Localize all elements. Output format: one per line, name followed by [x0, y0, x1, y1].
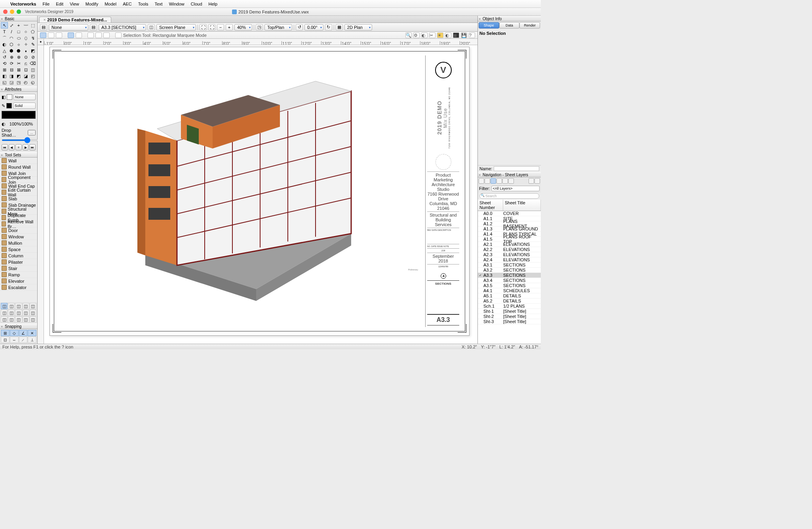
basic-tool-23[interactable]: ⬧ — [22, 48, 29, 54]
basic-tool-16[interactable]: ⬡ — [8, 41, 15, 48]
snap-tangent-icon[interactable]: ⊥ — [28, 337, 36, 343]
snap-edge-icon[interactable]: ⟋ — [19, 337, 28, 343]
tab-data[interactable]: Data — [499, 22, 520, 29]
navigation-search[interactable]: Search — [479, 193, 539, 199]
rotate-ccw-icon[interactable]: ↺ — [296, 24, 303, 30]
sheet-layer-row[interactable]: A5.2DETAILS — [478, 299, 541, 304]
toolset-item[interactable]: Mullion — [0, 240, 37, 246]
quick-blackbg-icon[interactable]: ◼ — [453, 32, 459, 38]
snap-smart-point-icon[interactable]: ⊡ — [1, 337, 10, 343]
basic-tool-11[interactable]: ◠ — [8, 35, 15, 41]
attributes-header[interactable]: Attributes — [0, 86, 37, 92]
app-menu[interactable]: Vectorworks — [10, 2, 36, 6]
sheet-layer-row[interactable]: A1.2PLANS BASEMENT — [478, 221, 541, 226]
marker-prev-button[interactable]: ◀ — [9, 144, 15, 150]
toolset-category-11[interactable]: ◫ — [8, 316, 15, 323]
view-cube-icon[interactable]: ◳ — [256, 24, 263, 30]
menu-text[interactable]: Text — [154, 2, 162, 6]
rotate-cw-icon[interactable]: ↻ — [325, 24, 332, 30]
basic-tool-30[interactable]: ⟲ — [1, 60, 8, 67]
marker-swap-button[interactable]: ≡ — [15, 144, 22, 150]
fill-eyedropper-icon[interactable]: ◧ — [2, 95, 6, 100]
toolset-item[interactable]: Wall — [0, 158, 37, 164]
basic-tool-19[interactable]: ✎ — [29, 41, 36, 48]
sheet-layer-row[interactable]: A2.4ELEVATIONS — [478, 257, 541, 263]
sheet-layer-row[interactable]: Sht-3[Sheet Title] — [478, 319, 541, 324]
sheet-layer-row[interactable]: Sch.11/2 PLANS — [478, 304, 541, 309]
nav-saved-views-icon[interactable] — [502, 178, 508, 184]
menu-view[interactable]: View — [70, 2, 79, 6]
basic-tool-34[interactable]: ⌫ — [29, 60, 36, 67]
sheet-layer-row[interactable]: Sht-1[Sheet Title] — [478, 309, 541, 314]
mode-single-icon[interactable] — [48, 32, 54, 38]
basic-tool-18[interactable]: ✧ — [22, 41, 29, 48]
basic-tool-36[interactable]: ⊟ — [8, 67, 15, 73]
basic-tool-37[interactable]: ⊠ — [15, 67, 22, 73]
close-tab-icon[interactable]: × — [44, 18, 46, 22]
sheet-layer-row[interactable]: A3.5SECTIONS — [478, 283, 541, 288]
fill-swatch[interactable] — [7, 94, 12, 100]
rotation-input[interactable]: 0.00° — [304, 24, 323, 30]
snap-angle-icon[interactable]: ∠ — [19, 330, 28, 336]
basic-tool-12[interactable]: ⬭ — [15, 35, 22, 41]
tab-shape[interactable]: Shape — [479, 22, 499, 29]
col-sheet-title[interactable]: Sheet Title — [503, 200, 541, 211]
toolset-category-3[interactable]: ◫ — [23, 303, 29, 309]
toolset-category-2[interactable]: ◫ — [15, 303, 22, 309]
mode-poly-icon[interactable] — [103, 32, 110, 38]
menu-modify[interactable]: Modify — [86, 2, 98, 6]
sheet-layer-row[interactable]: A2.3ELEVATIONS — [478, 252, 541, 257]
snapping-header[interactable]: Snapping — [0, 323, 37, 329]
basic-tool-26[interactable]: ⊕ — [8, 54, 15, 60]
basic-tool-4[interactable]: ⬚ — [29, 22, 36, 29]
toolset-category-6[interactable]: ◫ — [8, 310, 15, 316]
toolset-category-4[interactable]: ◫ — [30, 303, 36, 309]
name-input[interactable] — [494, 166, 539, 171]
toolset-category-12[interactable]: ◫ — [15, 316, 22, 323]
col-sheet-number[interactable]: Sheet Number — [478, 200, 503, 211]
basic-tool-31[interactable]: ⟳ — [8, 60, 15, 67]
quick-help-icon[interactable]: ? — [469, 32, 475, 38]
basic-tool-10[interactable]: ⌒ — [1, 35, 8, 41]
toolset-item[interactable]: Space — [0, 246, 37, 253]
render-select[interactable]: 2D Plan — [344, 24, 372, 30]
class-select[interactable]: None — [49, 24, 88, 30]
basic-tool-29[interactable]: ⊘ — [29, 54, 36, 60]
sheet-layer-row[interactable]: ✓A3.3SECTIONS — [478, 273, 541, 278]
toolset-item[interactable]: Stair — [0, 265, 37, 272]
basic-tool-47[interactable]: ◳ — [15, 79, 22, 86]
mode-selection-icon[interactable] — [40, 32, 46, 38]
zoom-in-icon[interactable]: + — [226, 24, 233, 30]
basic-tool-40[interactable]: ◧ — [1, 73, 8, 79]
menu-file[interactable]: File — [42, 2, 49, 6]
basic-tool-49[interactable]: ◵ — [29, 79, 36, 86]
stroke-eyedropper-icon[interactable]: ✎ — [2, 103, 5, 108]
basic-tool-20[interactable]: △ — [1, 48, 8, 54]
dropshadow-options-button[interactable]: … — [28, 130, 36, 135]
basic-tool-15[interactable]: ◐ — [1, 41, 8, 48]
ruler-vertical[interactable] — [38, 45, 44, 344]
basic-tool-13[interactable]: ⬯ — [22, 35, 29, 41]
sheet-layer-row[interactable]: Sht-2[Sheet Title] — [478, 314, 541, 319]
basic-tool-45[interactable]: ◱ — [1, 79, 8, 86]
quick-clip-icon[interactable]: ✂ — [429, 32, 435, 38]
marker-end-button[interactable]: ⏭ — [29, 144, 36, 150]
basic-tool-17[interactable]: ⟐ — [15, 41, 22, 48]
quick-pref-icon[interactable]: ⚙ — [413, 32, 420, 38]
fit-objects-icon[interactable]: ⛶ — [208, 24, 215, 30]
basic-tool-38[interactable]: ⊡ — [22, 67, 29, 73]
layer-options-icon[interactable]: ▤ — [90, 24, 97, 30]
menu-model[interactable]: Model — [105, 2, 116, 6]
zoom-window-button[interactable] — [17, 10, 21, 14]
basic-tool-14[interactable]: ↯ — [29, 35, 36, 41]
toolset-item[interactable]: Window — [0, 234, 37, 240]
fit-page-icon[interactable]: ⛶ — [200, 24, 207, 30]
stroke-preview[interactable] — [2, 111, 36, 119]
toolset-item[interactable]: Escalator — [0, 284, 37, 291]
sheet-layer-row[interactable]: A3.2SECTIONS — [478, 268, 541, 273]
basic-tool-6[interactable]: / — [8, 29, 15, 35]
toolset-category-10[interactable]: ◫ — [1, 316, 8, 323]
toolset-category-7[interactable]: ◫ — [15, 310, 22, 316]
basic-tool-41[interactable]: ◨ — [8, 73, 15, 79]
toolset-item[interactable]: Edit Curtain Wall — [0, 189, 37, 196]
